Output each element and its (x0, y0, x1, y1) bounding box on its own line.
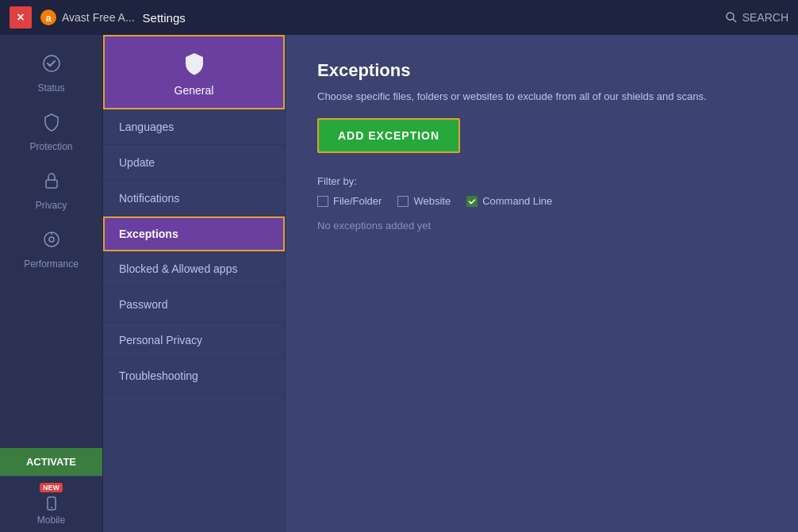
title-bar: × a Avast Free A... Settings SEARCH (0, 0, 798, 35)
status-icon (42, 54, 61, 78)
search-icon (725, 11, 738, 24)
filter-command-line[interactable]: Command Line (466, 195, 552, 207)
page-description: Choose specific files, folders or websit… (317, 90, 766, 102)
command-line-label: Command Line (482, 195, 552, 207)
sidebar-item-privacy[interactable]: Privacy (0, 160, 102, 219)
sidebar-item-protection[interactable]: Protection (0, 101, 102, 160)
general-label: General (175, 84, 214, 97)
sidebar-label-protection: Protection (29, 141, 72, 152)
main-layout: Status Protection Privacy (0, 35, 798, 532)
svg-line-3 (733, 19, 736, 22)
nav-item-languages[interactable]: Languages (103, 109, 285, 145)
filter-label: Filter by: (317, 175, 766, 187)
nav-item-password[interactable]: Password (103, 287, 285, 323)
file-folder-checkbox[interactable] (317, 196, 328, 207)
content-area: Exceptions Choose specific files, folder… (286, 35, 798, 532)
checkbox-check-icon (468, 197, 476, 205)
svg-point-10 (51, 507, 52, 508)
website-label: Website (413, 195, 451, 207)
sidebar-item-mobile[interactable]: NEW Mobile (0, 476, 102, 532)
svg-rect-5 (46, 180, 57, 188)
new-badge: NEW (40, 483, 63, 492)
nav-item-update[interactable]: Update (103, 145, 285, 181)
svg-point-7 (49, 237, 54, 242)
file-folder-label: File/Folder (333, 195, 382, 207)
general-shield-icon (182, 51, 207, 79)
add-exception-button[interactable]: ADD EXCEPTION (317, 118, 460, 153)
nav-item-notifications[interactable]: Notifications (103, 181, 285, 216)
filter-section: Filter by: File/Folder Website (317, 175, 766, 207)
sidebar-item-status[interactable]: Status (0, 43, 102, 101)
avast-icon: a (40, 9, 57, 26)
website-checkbox[interactable] (397, 196, 409, 207)
filter-file-folder[interactable]: File/Folder (317, 195, 382, 207)
privacy-icon (42, 171, 61, 195)
left-sidebar: Status Protection Privacy (0, 35, 103, 532)
close-button[interactable]: × (10, 6, 32, 29)
mid-nav: General Languages Update Notifications E… (103, 35, 286, 532)
activate-button[interactable]: ACTIVATE (0, 448, 102, 476)
filter-options: File/Folder Website Command Line (317, 195, 766, 207)
protection-icon (42, 113, 61, 136)
search-area[interactable]: SEARCH (725, 11, 788, 24)
general-nav-item[interactable]: General (103, 35, 285, 109)
performance-icon (42, 230, 61, 254)
nav-item-exceptions[interactable]: Exceptions (103, 216, 285, 251)
app-name: Avast Free A... (62, 11, 135, 24)
nav-item-blocked-allowed[interactable]: Blocked & Allowed apps (103, 251, 285, 287)
app-logo: a Avast Free A... (40, 9, 135, 26)
command-line-checkbox[interactable] (466, 196, 478, 207)
no-exceptions-text: No exceptions added yet (317, 220, 766, 232)
svg-point-2 (727, 13, 734, 20)
sidebar-label-performance: Performance (24, 258, 79, 270)
sidebar-item-performance[interactable]: Performance (0, 219, 102, 277)
mobile-icon (44, 496, 59, 511)
sidebar-label-privacy: Privacy (36, 200, 67, 211)
svg-text:a: a (45, 12, 52, 24)
nav-item-personal-privacy[interactable]: Personal Privacy (103, 323, 285, 358)
sidebar-label-mobile: Mobile (37, 515, 65, 526)
page-title: Exceptions (317, 60, 766, 81)
nav-item-troubleshooting[interactable]: Troubleshooting (103, 358, 285, 394)
settings-title: Settings (143, 11, 717, 25)
sidebar-label-status: Status (37, 82, 64, 94)
filter-website[interactable]: Website (397, 195, 451, 207)
search-label: SEARCH (742, 11, 788, 24)
